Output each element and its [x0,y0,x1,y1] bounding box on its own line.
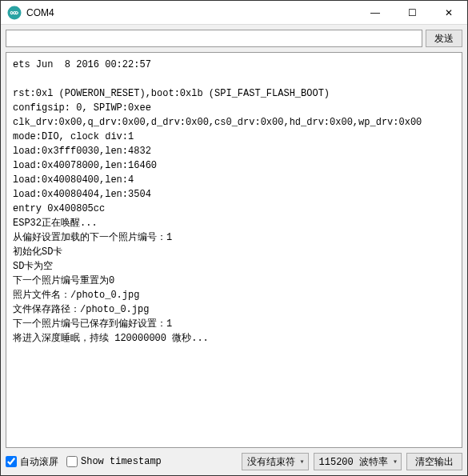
serial-output[interactable]: ets Jun 8 2016 00:22:57 rst:0xl (POWERON… [6,52,462,448]
line-ending-selected: 没有结束符 [247,455,295,469]
close-button[interactable]: ✕ [430,1,467,24]
autoscroll-input[interactable] [6,456,17,467]
chevron-down-icon: ▾ [300,457,305,466]
baud-rate-selected: 115200 波特率 [319,455,388,469]
line-ending-dropdown[interactable]: 没有结束符 ▾ [242,453,309,470]
maximize-button[interactable]: ☐ [394,1,430,24]
window-title: COM4 [26,7,357,18]
arduino-infinity-icon [7,6,22,20]
serial-monitor-window: COM4 — ☐ ✕ 发送 ets Jun 8 2016 00:22:57 rs… [0,0,468,476]
timestamp-input[interactable] [66,456,78,467]
statusbar-left: 自动滚屏 Show timestamp [6,455,237,469]
baud-rate-dropdown[interactable]: 115200 波特率 ▾ [314,453,402,470]
send-toolbar: 发送 [1,25,467,50]
send-button[interactable]: 发送 [426,30,462,47]
timestamp-checkbox[interactable]: Show timestamp [66,456,162,467]
autoscroll-label: 自动滚屏 [20,455,58,469]
clear-output-button[interactable]: 清空输出 [406,453,462,470]
titlebar: COM4 — ☐ ✕ [1,1,467,25]
chevron-down-icon: ▾ [393,457,398,466]
minimize-button[interactable]: — [357,1,394,24]
svg-point-0 [8,6,22,19]
serial-input[interactable] [6,30,422,47]
window-controls: — ☐ ✕ [357,1,467,24]
statusbar: 自动滚屏 Show timestamp 没有结束符 ▾ 115200 波特率 ▾… [1,451,467,475]
autoscroll-checkbox[interactable]: 自动滚屏 [6,455,58,469]
timestamp-label: Show timestamp [81,456,162,467]
